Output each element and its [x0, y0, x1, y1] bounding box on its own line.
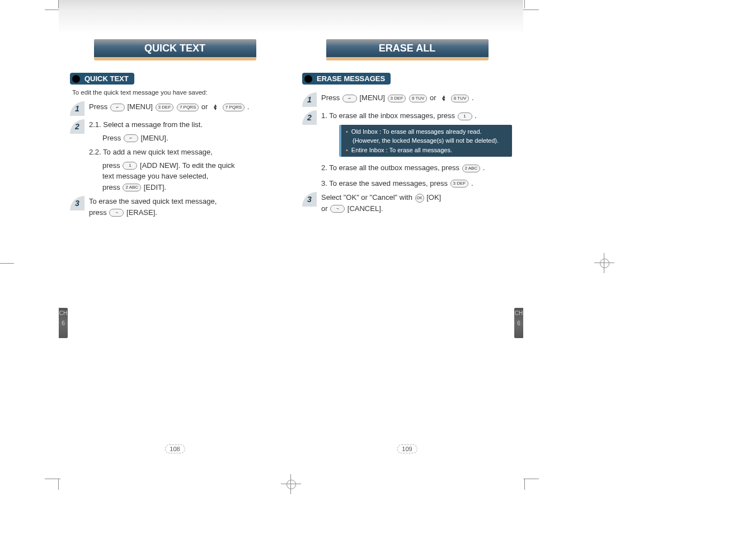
step-text: . — [247, 102, 250, 111]
crop-mark — [524, 479, 525, 490]
soft-key-right-icon: ¬ — [109, 209, 124, 217]
chapter-title-accent — [94, 57, 256, 60]
nav-key-icon: ▲▼ — [439, 95, 447, 102]
step-number: 2 — [302, 110, 317, 125]
page-number: 109 — [397, 444, 417, 453]
substep-2-2: 2.2. To add a new quick text message, pr… — [89, 147, 280, 193]
nav-key-icon: ▲▼ — [211, 104, 219, 111]
ok-key-icon: OK — [415, 194, 424, 203]
step-text: . — [471, 179, 473, 188]
manual-spread: QUICK TEXT QUICK TEXT To edit the quick … — [59, 0, 523, 459]
step-text: [MENU] — [359, 93, 387, 102]
step-text: [MENU]. — [140, 134, 168, 142]
key-3-icon: 3 DEF — [450, 180, 469, 188]
step-badge-icon: 3 — [302, 192, 317, 207]
page-content: ERASE MESSAGES 1 Press ⌐ [MENU] 3 DEF 8 … — [291, 73, 523, 217]
chapter-tab-num: 6 — [59, 320, 68, 327]
step-text: Press — [321, 93, 342, 102]
chapter-title-accent — [326, 57, 489, 60]
step-badge-icon: 1 — [70, 101, 84, 116]
chapter-tab-label: CH — [514, 310, 523, 317]
step-text: text message you have selected, — [102, 172, 208, 180]
chapter-tab-num: 6 — [514, 320, 523, 327]
crop-mark — [45, 479, 60, 479]
note-line: (However, the locked Message(s) will not… — [353, 137, 499, 144]
step-1: 1 Press ⌐ [MENU] 3 DEF 7 PQRS or ▲▼ 7 PQ… — [70, 101, 280, 116]
step-text: press — [89, 208, 109, 217]
step-text: 3. To erase the saved messages, press — [321, 179, 448, 188]
step-text: [CANCEL]. — [348, 204, 383, 213]
step-2: 2 2.1. Select a message from the list. P… — [70, 119, 280, 193]
step-text: Select "OK" or "Cancel" with — [321, 193, 415, 202]
step-text: Press — [89, 102, 110, 111]
step-number: 2 — [70, 119, 84, 134]
step-text: . — [472, 93, 474, 102]
section-intro: To edit the quick text message you have … — [72, 89, 280, 96]
note-line: Old Inbox : To erase all messages alread… — [351, 127, 482, 137]
key-1-icon: 1 — [123, 162, 137, 170]
step-text: or — [321, 204, 330, 213]
step-number: 1 — [70, 101, 84, 116]
step-1: 1 Press ⌐ [MENU] 3 DEF 8 TUV or ▲▼ 8 TUV… — [302, 92, 512, 107]
soft-key-left-icon: ⌐ — [110, 104, 125, 111]
step-text: 2.1. Select a message from the list. — [89, 120, 203, 129]
substep-2-3: 3. To erase the saved messages, press 3 … — [321, 178, 512, 189]
key-7-icon: 7 PQRS — [177, 104, 199, 111]
step-text: . — [475, 111, 477, 120]
step-text: . — [483, 163, 485, 172]
step-badge-icon: 2 — [302, 110, 317, 125]
step-text: or — [201, 102, 210, 111]
key-3-icon: 3 DEF — [388, 95, 406, 102]
page-left: QUICK TEXT QUICK TEXT To edit the quick … — [59, 0, 291, 459]
chapter-title-bar: ERASE ALL — [326, 39, 489, 60]
chapter-title-bar: QUICK TEXT — [94, 39, 256, 60]
step-text: [EDIT]. — [144, 183, 166, 191]
registration-mark — [599, 257, 610, 269]
step-badge-icon: 3 — [70, 196, 84, 210]
key-8-icon: 8 TUV — [451, 95, 469, 102]
crop-mark — [45, 10, 60, 10]
step-text: To erase the saved quick text message, — [89, 197, 217, 205]
substep-2-1: 2.1. Select a message from the list. Pre… — [89, 119, 280, 143]
step-3: 3 Select "OK" or "Cancel" with OK [OK] o… — [302, 192, 512, 214]
step-text: or — [430, 93, 438, 102]
step-2: 2 1. To erase all the inbox messages, pr… — [302, 110, 512, 189]
note-box: Old Inbox : To erase all messages alread… — [339, 125, 512, 157]
step-text: 1. To erase all the inbox messages, pres… — [321, 111, 455, 120]
soft-key-right-icon: ¬ — [330, 205, 345, 213]
step-text: [ADD NEW]. To edit the quick — [140, 161, 235, 170]
step-number: 3 — [302, 192, 317, 207]
chapter-title: ERASE ALL — [326, 39, 489, 57]
key-1-icon: 1 — [458, 113, 472, 120]
step-text: [ERASE]. — [126, 208, 157, 217]
section-pill: QUICK TEXT — [70, 73, 134, 85]
chapter-tab-label: CH — [59, 310, 68, 317]
page-header-gradient — [59, 0, 291, 34]
page-right: ERASE ALL ERASE MESSAGES 1 Press ⌐ [MENU… — [291, 0, 523, 459]
step-text: 2.2. To add a new quick text message, — [89, 148, 213, 156]
step-3: 3 To erase the saved quick text message,… — [70, 196, 280, 218]
substep-2-2: 2. To erase all the outbox messages, pre… — [321, 162, 512, 174]
crop-mark — [0, 263, 14, 264]
step-text: Press — [102, 134, 123, 142]
page-content: QUICK TEXT To edit the quick text messag… — [59, 73, 291, 221]
step-text: press — [102, 161, 122, 170]
chapter-tab-left: CH 6 — [59, 308, 68, 338]
step-number: 3 — [70, 196, 84, 210]
key-3-icon: 3 DEF — [156, 104, 174, 111]
step-badge-icon: 2 — [70, 119, 84, 134]
crop-mark — [523, 479, 539, 479]
crop-mark — [58, 479, 59, 490]
crop-mark — [523, 10, 539, 10]
step-number: 1 — [302, 92, 317, 107]
key-2-icon: 2 ABC — [462, 165, 481, 172]
key-8-icon: 8 TUV — [409, 95, 428, 102]
chapter-tab-right: CH 6 — [514, 308, 523, 338]
section-pill: ERASE MESSAGES — [302, 73, 391, 85]
step-text: press — [102, 183, 122, 191]
step-text: 2. To erase all the outbox messages, pre… — [321, 163, 462, 172]
soft-key-left-icon: ⌐ — [124, 134, 138, 142]
soft-key-left-icon: ⌐ — [342, 95, 357, 102]
page-header-gradient — [291, 0, 523, 34]
note-line: Entire Inbox : To erase all messages. — [351, 146, 452, 155]
